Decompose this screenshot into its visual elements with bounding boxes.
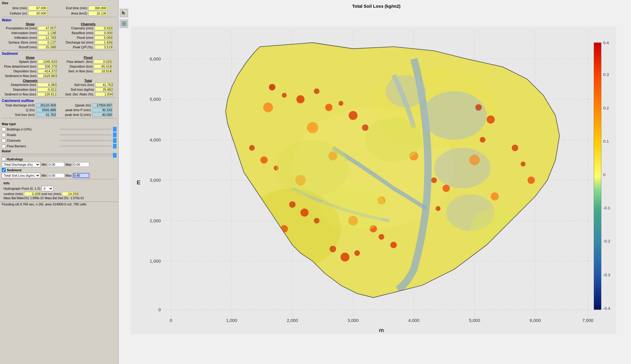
peakqp-val[interactable] xyxy=(95,45,112,49)
surface-val[interactable] xyxy=(38,40,56,44)
sediment-dropdown[interactable]: Total Soil Loss (kg/m2 xyxy=(2,173,40,178)
svg-point-46 xyxy=(330,246,336,252)
hydro-min-input[interactable] xyxy=(48,162,64,167)
svg-point-37 xyxy=(362,124,369,131)
sed-inflow-slope-val[interactable] xyxy=(38,74,57,78)
channels-checkbox[interactable] xyxy=(2,139,6,143)
flow-detach-val[interactable] xyxy=(38,64,57,68)
svg-point-54 xyxy=(436,206,440,211)
end-time-value[interactable] xyxy=(88,6,108,10)
size-title: Size xyxy=(2,1,117,5)
svg-text:1,000: 1,000 xyxy=(226,318,237,323)
qpeak-val[interactable] xyxy=(92,103,112,107)
runtime-val[interactable] xyxy=(24,192,40,196)
interception-val[interactable] xyxy=(38,31,56,35)
svg-text:0: 0 xyxy=(158,307,161,312)
buildings-slider[interactable] xyxy=(113,127,117,132)
precip-val[interactable] xyxy=(38,26,56,30)
detach-val[interactable] xyxy=(37,83,57,87)
pointer-icon[interactable] xyxy=(120,9,128,17)
sed-max-input[interactable] xyxy=(73,173,89,178)
channels-mm-val[interactable] xyxy=(95,26,112,30)
svg-text:0.4: 0.4 xyxy=(603,41,609,45)
buildings-label: Buildings (>10%) xyxy=(7,127,59,131)
sed-del-val[interactable] xyxy=(95,92,113,96)
relief-slider[interactable] xyxy=(113,153,117,158)
runoff-val[interactable] xyxy=(38,45,56,49)
svg-point-27 xyxy=(434,148,491,189)
buildings-checkbox[interactable] xyxy=(2,127,6,131)
svg-rect-0 xyxy=(122,22,124,23)
svg-point-53 xyxy=(442,185,450,192)
svg-point-35 xyxy=(339,101,343,106)
dep-val[interactable] xyxy=(37,87,57,92)
hydrology-dropdown[interactable]: Total Discharge (l/s) xyxy=(2,162,40,167)
svg-point-72 xyxy=(365,117,422,162)
svg-text:7,000: 7,000 xyxy=(582,318,594,323)
soil-loss-ton-val[interactable] xyxy=(95,83,113,87)
sed-channels-header: Channels xyxy=(2,79,59,82)
deposition-slope-val[interactable] xyxy=(38,69,57,73)
svg-rect-92 xyxy=(594,43,601,310)
baseflow-val[interactable] xyxy=(95,31,112,35)
roads-slider[interactable] xyxy=(113,132,117,137)
discharge-val[interactable] xyxy=(95,40,112,44)
soil-loss-kgha-val[interactable] xyxy=(95,87,113,92)
grid-icon[interactable] xyxy=(120,20,128,28)
hydrograph-row: Hydrograph Point (0, 1-2) 0 xyxy=(4,186,115,191)
svg-text:2,000: 2,000 xyxy=(287,318,298,323)
status-bar: Flooding (dt 0.769 sec, n 26): area 3140… xyxy=(0,202,118,207)
channels-header: Channels xyxy=(60,22,117,26)
channels-row: Channels xyxy=(2,138,117,143)
peak-time-p-val[interactable] xyxy=(92,108,112,112)
end-run-val[interactable] xyxy=(62,192,78,196)
infiltration-val[interactable] xyxy=(38,36,56,40)
hydrograph-label: Hydrograph Point (0, 1-2) xyxy=(4,187,40,190)
peak-time-q-val[interactable] xyxy=(92,113,112,117)
hydrology-checkbox[interactable] xyxy=(2,157,6,161)
sed-min-input[interactable] xyxy=(48,173,64,178)
svg-rect-1 xyxy=(124,22,126,23)
mass-bal-sed-val: -1.575e-01 xyxy=(70,197,84,200)
sed-inflow-flood-val[interactable] xyxy=(94,69,111,73)
hydrology-label: Hydrology xyxy=(7,157,28,161)
roads-checkbox[interactable] xyxy=(2,133,6,137)
sediment-map-row: Sediment xyxy=(2,168,117,172)
flow-barriers-slider[interactable] xyxy=(113,144,117,149)
svg-point-48 xyxy=(354,250,360,256)
channels-slider[interactable] xyxy=(113,138,117,143)
flood-val[interactable] xyxy=(95,36,112,40)
svg-point-62 xyxy=(307,122,318,133)
q-val[interactable] xyxy=(36,108,56,112)
channels-label: Channels xyxy=(7,139,59,142)
splash-val[interactable] xyxy=(38,60,57,64)
stats-section: Size time (min) End time (min) Cellsize … xyxy=(0,0,118,120)
hydrograph-select[interactable]: 0 xyxy=(42,186,53,191)
svg-point-71 xyxy=(321,184,385,233)
svg-point-43 xyxy=(314,218,319,223)
svg-text:-0.2: -0.2 xyxy=(603,239,610,243)
hydro-max-input[interactable] xyxy=(73,162,89,167)
time-value[interactable] xyxy=(28,6,47,10)
svg-point-55 xyxy=(475,104,482,111)
flow-barriers-row: Flow Barriers xyxy=(2,144,117,149)
svg-point-57 xyxy=(480,137,485,143)
cellsize-value[interactable] xyxy=(28,11,47,16)
relief-label: Relief xyxy=(2,149,117,153)
flow-detach-flood-val[interactable] xyxy=(94,60,111,64)
svg-point-38 xyxy=(249,145,255,151)
svg-point-39 xyxy=(260,156,268,164)
deposition-flood-val[interactable] xyxy=(94,64,111,68)
svg-point-32 xyxy=(297,95,305,103)
svg-point-47 xyxy=(340,253,349,261)
flow-barriers-checkbox[interactable] xyxy=(2,144,6,148)
map-svg[interactable]: 6,000 5,000 4,000 3,000 2,000 1,000 0 0 … xyxy=(130,8,616,352)
sed-ch-val[interactable] xyxy=(37,92,57,96)
total-discharge-val[interactable] xyxy=(36,103,56,107)
catchment-soil-loss-val[interactable] xyxy=(36,113,56,117)
sediment-map-checkbox[interactable] xyxy=(2,168,6,172)
svg-text:5,000: 5,000 xyxy=(150,97,161,102)
flow-barriers-label: Flow Barriers xyxy=(7,144,59,148)
area-value[interactable] xyxy=(88,11,108,16)
svg-point-26 xyxy=(422,91,487,140)
